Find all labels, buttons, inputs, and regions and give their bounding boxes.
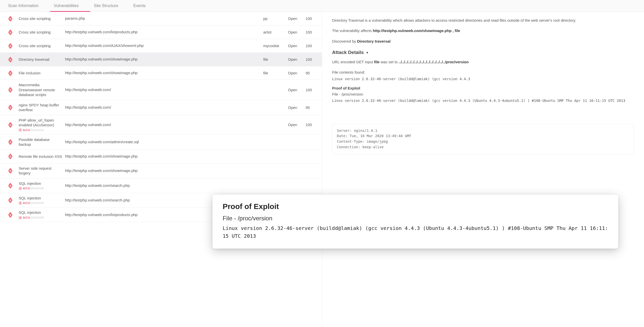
- vuln-row[interactable]: Macromedia Dreamweaver remote database s…: [0, 80, 322, 100]
- vuln-url-cell: http://testphp.vulnweb.com/: [65, 105, 261, 110]
- bug-icon: [7, 87, 13, 93]
- proof-file-label: File - /proc/version: [332, 91, 634, 97]
- vuln-url-cell: http://testphp.vulnweb.com/listproducts.…: [65, 29, 261, 35]
- severity-cell: [5, 104, 16, 110]
- vuln-name-cell: Macromedia Dreamweaver remote database s…: [19, 82, 63, 97]
- tab-scan-information[interactable]: Scan Information: [5, 0, 50, 12]
- vuln-row[interactable]: Server side request forgeryhttp://testph…: [0, 163, 322, 179]
- severity-cell: [5, 87, 16, 93]
- tab-vulnerabilities[interactable]: Vulnerabilities: [50, 0, 90, 12]
- severity-cell: [5, 197, 16, 203]
- vulnerability-list[interactable]: Cross site scriptingparams.phpppOpen100C…: [0, 12, 322, 327]
- vuln-name-cell: SQL injectionACUSENSOR: [19, 196, 63, 205]
- vuln-row[interactable]: Possible database backuphttp://testphp.v…: [0, 135, 322, 150]
- vuln-confidence-cell: 100: [306, 30, 317, 34]
- main-tabs: Scan InformationVulnerabilitiesSite Stru…: [0, 0, 644, 12]
- vuln-url-cell: http://testphp.vulnweb.com/showimage.php: [65, 154, 261, 159]
- vuln-name-cell: SQL injectionACUSENSOR: [19, 181, 63, 190]
- vuln-row[interactable]: Cross site scriptinghttp://testphp.vulnw…: [0, 39, 322, 53]
- attack-details-header[interactable]: Attack Details ▲: [332, 49, 634, 56]
- vuln-url-cell: http://testphp.vulnweb.com/: [65, 87, 261, 92]
- tab-site-structure[interactable]: Site Structure: [90, 0, 130, 12]
- bug-icon: [7, 153, 13, 159]
- bug-icon: [7, 139, 13, 145]
- vuln-row[interactable]: Cross site scriptinghttp://testphp.vulnw…: [0, 25, 322, 39]
- vuln-name-cell: PHP allow_url_fopen enabled (AcuSensor)A…: [19, 118, 63, 132]
- vuln-status-cell: Open: [288, 71, 303, 75]
- svg-point-3: [20, 188, 21, 189]
- vuln-name-cell: Possible database backup: [19, 137, 63, 147]
- vulnerability-details[interactable]: Directory Traversal is a vulnerability w…: [322, 12, 644, 327]
- affects-prefix: The vulnerability affects: [332, 28, 373, 33]
- vuln-name-cell: Cross site scripting: [19, 43, 63, 48]
- vuln-discovered: Discovered by Directory traversal: [332, 38, 634, 44]
- vuln-param-cell: file: [263, 71, 286, 75]
- svg-point-7: [20, 217, 21, 218]
- proof-card-title: Proof of Exploit: [223, 202, 608, 211]
- acusensor-icon: [19, 187, 22, 190]
- vuln-name-cell: Cross site scripting: [19, 30, 63, 35]
- vuln-confidence-cell: 100: [306, 57, 317, 62]
- vuln-confidence-cell: 95: [306, 105, 317, 110]
- vuln-row[interactable]: SQL injectionACUSENSORhttp://testphp.vul…: [0, 179, 322, 193]
- discovered-by: Directory traversal: [357, 39, 391, 43]
- acusensor-badge: ACUSENSOR: [19, 201, 63, 205]
- attack-input-line: URL encoded GET input file was set to ..…: [332, 59, 634, 65]
- bug-icon: [7, 197, 13, 203]
- discovered-prefix: Discovered by: [332, 39, 357, 43]
- vuln-status-cell: Open: [288, 123, 303, 127]
- acusensor-icon: [19, 128, 22, 132]
- bug-icon: [7, 29, 13, 35]
- vuln-status-cell: Open: [288, 44, 303, 48]
- vuln-url-cell: http://testphp.vulnweb.com/: [65, 122, 261, 127]
- vuln-row[interactable]: Remote file inclusion XSShttp://testphp.…: [0, 150, 322, 163]
- vuln-confidence-cell: 100: [306, 44, 317, 48]
- vuln-url-cell: http://testphp.vulnweb.com/admin/create.…: [65, 139, 261, 144]
- vuln-affects: The vulnerability affects http://testphp…: [332, 28, 634, 34]
- severity-cell: [5, 70, 16, 76]
- severity-cell: [5, 183, 16, 189]
- input-value: ../../../../../../../../../../../../../.…: [399, 60, 469, 64]
- severity-cell: [5, 122, 16, 128]
- vuln-url-cell: http://testphp.vulnweb.com/showimage.php: [65, 70, 261, 75]
- severity-cell: [5, 56, 16, 63]
- vuln-name-cell: nginx SPDY heap buffer overflow: [19, 103, 63, 112]
- vuln-name-cell: Cross site scripting: [19, 16, 63, 21]
- vuln-row[interactable]: Directory traversalhttp://testphp.vulnwe…: [0, 53, 322, 66]
- bug-icon: [7, 212, 13, 218]
- vuln-name-cell: Directory traversal: [19, 57, 63, 62]
- bug-icon: [7, 70, 13, 76]
- bug-icon: [7, 43, 13, 49]
- acusensor-badge: ACUSENSOR: [19, 128, 63, 132]
- vuln-row[interactable]: Cross site scriptingparams.phpppOpen100: [0, 12, 322, 25]
- app-root: Scan InformationVulnerabilitiesSite Stru…: [0, 0, 644, 327]
- vuln-row[interactable]: PHP allow_url_fopen enabled (AcuSensor)A…: [0, 115, 322, 135]
- bug-icon: [7, 16, 13, 22]
- vuln-url-cell: params.php: [65, 16, 261, 21]
- acusensor-icon: [19, 201, 22, 205]
- vuln-description: Directory Traversal is a vulnerability w…: [332, 17, 634, 23]
- vuln-row[interactable]: File inclusionhttp://testphp.vulnweb.com…: [0, 66, 322, 80]
- http-response-block: Server: nginx/1.4.1 Date: Tue, 10 Mar 20…: [332, 124, 634, 154]
- vuln-param-cell: artist: [263, 30, 286, 34]
- bug-icon: [7, 104, 13, 110]
- tab-events[interactable]: Events: [130, 0, 157, 12]
- acusensor-badge: ACUSENSOR: [19, 216, 63, 219]
- severity-cell: [5, 212, 16, 218]
- vuln-param-cell: file: [263, 57, 286, 62]
- vuln-name-cell: SQL injectionACUSENSOR: [19, 210, 63, 219]
- severity-cell: [5, 16, 16, 22]
- severity-cell: [5, 139, 16, 145]
- vuln-status-cell: Open: [288, 57, 303, 62]
- svg-point-1: [20, 129, 21, 130]
- bug-icon: [7, 183, 13, 189]
- severity-cell: [5, 153, 16, 159]
- proof-card-body: Linux version 2.6.32-46-server (buildd@l…: [223, 224, 608, 240]
- caret-up-icon: ▲: [366, 50, 369, 55]
- file-contents-label: File contents found:: [332, 69, 634, 75]
- input-mid: was set to: [381, 60, 399, 64]
- vuln-row[interactable]: nginx SPDY heap buffer overflowhttp://te…: [0, 100, 322, 115]
- vuln-confidence-cell: 95: [306, 71, 317, 75]
- vuln-confidence-cell: 100: [306, 123, 317, 127]
- vuln-name-cell: Remote file inclusion XSS: [19, 154, 63, 159]
